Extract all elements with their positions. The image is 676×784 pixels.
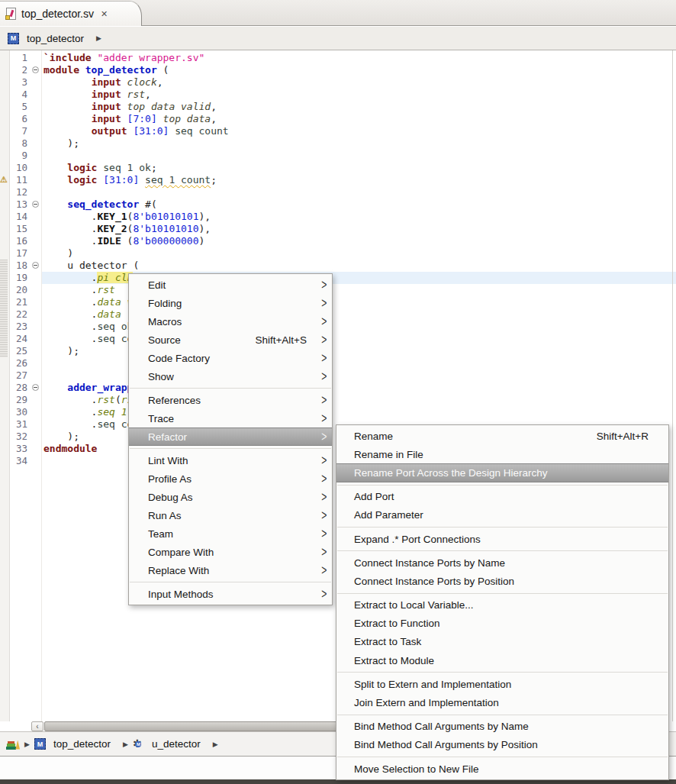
menu-item-add-port[interactable]: Add Port: [336, 488, 668, 506]
menu-item-label: Source: [148, 334, 255, 346]
menu-item-move-selection-to-new-file[interactable]: Move Selection to New File: [336, 760, 668, 778]
chevron-right-icon[interactable]: ▶: [24, 740, 30, 748]
chevron-right-icon[interactable]: ▶: [96, 34, 101, 42]
code-line-13[interactable]: seq_detector #(: [42, 198, 676, 211]
fold-collapse-icon[interactable]: [32, 66, 39, 73]
tab-title: top_detector.sv: [21, 8, 94, 20]
menu-item-join-extern-and-implementation[interactable]: Join Extern and Implementation: [336, 693, 668, 711]
code-line-18[interactable]: u detector (: [42, 260, 676, 272]
menu-item-team[interactable]: Team>: [129, 524, 332, 543]
line-number: 27: [10, 369, 27, 382]
menu-item-label: Join Extern and Implementation: [354, 697, 658, 708]
code-token: ,: [157, 76, 163, 88]
code-token: ),: [199, 211, 211, 222]
code-line-1[interactable]: `include "adder wrapper.sv": [42, 52, 676, 64]
code-line-16[interactable]: .IDLE (8'b00000000): [42, 235, 676, 247]
code-line-2[interactable]: module top_detector (: [42, 64, 676, 76]
fold-collapse-icon[interactable]: [32, 201, 39, 208]
menu-item-label: Compare With: [148, 547, 316, 558]
code-token: endmodule: [43, 443, 97, 454]
line-number: 14: [10, 211, 27, 223]
tab-top-detector-sv[interactable]: top_detector.sv ✕: [0, 1, 142, 26]
breadcrumb-item-top-detector[interactable]: top_detector: [53, 738, 111, 750]
menu-item-code-factory[interactable]: Code Factory>: [129, 349, 332, 367]
menu-item-extract-to-local-variable[interactable]: Extract to Local Variable...: [336, 596, 668, 615]
menu-item-bind-method-call-arguments-by-position[interactable]: Bind Method Call Arguments by Position: [336, 736, 668, 754]
menu-item-rename-port-across-the-design-hierarchy[interactable]: Rename Port Across the Design Hierarchy: [336, 463, 668, 482]
menu-separator: [130, 388, 331, 389]
code-line-7[interactable]: output [31:0] seq count: [42, 125, 676, 137]
submenu-arrow-icon: >: [317, 563, 327, 578]
code-line-5[interactable]: input top data valid,: [42, 101, 676, 113]
code-line-12[interactable]: [42, 186, 676, 198]
code-token: ;: [211, 174, 217, 186]
code-token: rst: [97, 394, 114, 405]
submenu-arrow-icon: >: [317, 489, 327, 505]
code-line-3[interactable]: input clock,: [42, 76, 676, 89]
menu-item-references[interactable]: References>: [129, 391, 332, 409]
menu-item-bind-method-call-arguments-by-name[interactable]: Bind Method Call Arguments by Name: [336, 718, 668, 736]
breadcrumb-item-u-detector[interactable]: u_detector: [152, 738, 201, 750]
menu-item-extract-to-task[interactable]: Extract to Task: [336, 633, 668, 651]
code-line-4[interactable]: input rst,: [42, 89, 676, 101]
code-line-17[interactable]: ): [42, 247, 676, 260]
code-token: module: [43, 64, 79, 76]
code-token: .: [43, 333, 97, 344]
line-number-ruler: 1234567891011121314151617181920212223242…: [10, 50, 31, 721]
submenu-arrow-icon: >: [317, 314, 327, 329]
code-line-11[interactable]: logic [31:0] seq 1 count;: [42, 174, 676, 186]
menu-item-macros[interactable]: Macros>: [129, 312, 332, 331]
close-icon[interactable]: ✕: [101, 9, 108, 19]
code-token: 8'b00000000: [133, 235, 198, 247]
chevron-right-icon[interactable]: ▶: [213, 740, 218, 748]
menu-item-rename-in-file[interactable]: Rename in File: [336, 445, 668, 463]
design-hierarchy-icon[interactable]: [6, 739, 20, 750]
menu-item-compare-with[interactable]: Compare With>: [129, 543, 332, 561]
menu-item-show[interactable]: Show>: [129, 367, 332, 386]
scroll-left-icon[interactable]: ‹: [31, 721, 43, 731]
code-token: IDLE: [97, 235, 121, 247]
code-line-15[interactable]: .KEY_2(8'b10101010),: [42, 223, 676, 235]
fold-collapse-icon[interactable]: [32, 384, 39, 391]
code-line-14[interactable]: .KEY_1(8'b01010101),: [42, 211, 676, 223]
menu-item-lint-with[interactable]: Lint With>: [129, 451, 332, 469]
code-token: );: [43, 137, 79, 149]
menu-item-debug-as[interactable]: Debug As>: [129, 488, 332, 506]
chevron-right-icon[interactable]: ▶: [123, 740, 128, 748]
menu-item-edit[interactable]: Edit>: [129, 276, 332, 294]
fold-collapse-icon[interactable]: [32, 262, 39, 269]
menu-item-label: Lint With: [148, 455, 316, 466]
menu-item-run-as[interactable]: Run As>: [129, 506, 332, 524]
line-number: 33: [10, 443, 27, 455]
code-token: [43, 113, 92, 124]
menu-item-expand-port-connections[interactable]: Expand .* Port Connections: [336, 530, 668, 548]
menu-item-connect-instance-ports-by-position[interactable]: Connect Instance Ports by Position: [336, 572, 668, 590]
menu-item-folding[interactable]: Folding>: [129, 294, 332, 312]
menu-item-source[interactable]: SourceShift+Alt+S>: [129, 331, 332, 349]
code-line-9[interactable]: [42, 150, 676, 162]
menu-item-add-parameter[interactable]: Add Parameter: [336, 506, 668, 524]
menu-item-input-methods[interactable]: Input Methods>: [129, 585, 332, 603]
menu-item-connect-instance-ports-by-name[interactable]: Connect Instance Ports by Name: [336, 553, 668, 572]
menu-item-split-to-extern-and-implementation[interactable]: Split to Extern and Implementation: [336, 675, 668, 693]
menu-item-refactor[interactable]: Refactor>: [129, 427, 332, 446]
code-line-10[interactable]: logic seq 1 ok;: [42, 162, 676, 174]
menu-item-extract-to-module[interactable]: Extract to Module: [336, 651, 668, 669]
menu-item-rename[interactable]: RenameShift+Alt+R: [336, 427, 668, 445]
menu-item-trace[interactable]: Trace>: [129, 409, 332, 427]
submenu-arrow-icon: >: [317, 471, 327, 486]
breadcrumb-module-label[interactable]: top_detector: [27, 33, 84, 44]
line-number: 23: [10, 321, 27, 333]
line-number: 5: [10, 101, 27, 113]
code-token: KEY_1: [97, 211, 127, 222]
menu-item-label: Rename: [354, 431, 597, 442]
code-token: [43, 198, 67, 210]
code-token: [121, 113, 127, 124]
menu-item-replace-with[interactable]: Replace With>: [129, 561, 332, 579]
menu-item-extract-to-function[interactable]: Extract to Function: [336, 615, 668, 633]
code-line-6[interactable]: input [7:0] top data,: [42, 113, 676, 125]
code-token: top data: [163, 113, 211, 124]
code-line-8[interactable]: );: [42, 137, 676, 150]
menu-item-profile-as[interactable]: Profile As>: [129, 469, 332, 488]
submenu-arrow-icon: >: [317, 295, 327, 311]
